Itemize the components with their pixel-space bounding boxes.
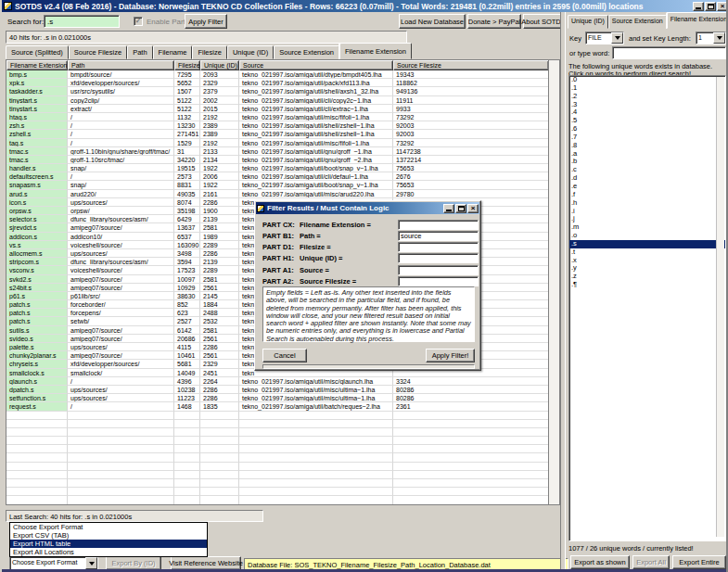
table-row[interactable]: defaultscreen.s/25732006tekno_021997.iso… (6, 172, 548, 181)
dialog-field-input[interactable] (398, 242, 479, 252)
export-menu-item[interactable]: Export HTML table (10, 540, 207, 548)
word-list-item[interactable]: .b (569, 158, 725, 166)
table-row[interactable]: tinystart.scopy2clip/51222002tekno_02199… (6, 96, 548, 105)
close-button[interactable]: × (717, 2, 728, 11)
table-row[interactable]: tinystart.sextract/51222015tekno_021997.… (6, 105, 548, 113)
main-tab[interactable]: Source Extension (274, 45, 339, 59)
word-list-item[interactable]: .s (569, 240, 725, 248)
export-menu-item[interactable]: Export All Locations (10, 548, 207, 556)
right-panel-tab[interactable]: Unique (ID) (568, 15, 608, 29)
dialog-maximize-button[interactable] (455, 204, 466, 213)
dialog-cancel-button[interactable]: Cancel (262, 349, 307, 362)
wordlist-scrollbar[interactable] (716, 77, 724, 537)
column-header[interactable]: Source (239, 60, 393, 70)
word-list-item[interactable]: .i (569, 208, 725, 216)
main-tab[interactable]: Filename (153, 45, 193, 59)
word-list-item[interactable]: .d (569, 174, 725, 183)
word-list-item[interactable]: .o (569, 232, 725, 240)
visit-reference-website-button[interactable]: Visit Reference Website (171, 556, 241, 570)
dialog-close-button[interactable]: × (467, 204, 479, 213)
panel-divider[interactable] (560, 12, 566, 572)
load-new-database-button[interactable]: Load New Database (399, 14, 466, 29)
column-header[interactable]: Unique (ID) (200, 60, 239, 70)
type-word-input[interactable] (612, 46, 726, 59)
table-row[interactable]: dpatch.sups/sources/102382286tekno_02199… (6, 386, 548, 394)
table-row[interactable]: qlaunch.s/43962264tekno_021997.iso/amiga… (6, 377, 548, 386)
word-list-item[interactable]: .0 (569, 76, 725, 84)
word-list-item[interactable]: .4 (569, 108, 725, 117)
word-list-item[interactable]: .c (569, 166, 725, 174)
main-tab[interactable]: Path (127, 45, 152, 59)
export-as-shown-button[interactable]: Export as shown (570, 555, 630, 569)
apply-filter-button[interactable]: Apply Filter (185, 14, 227, 29)
word-list-item[interactable]: .2 (569, 93, 725, 101)
combo-arrow-icon[interactable] (85, 557, 97, 569)
minimize-button[interactable] (693, 2, 704, 11)
main-tab[interactable]: Filename Extension (339, 43, 412, 59)
word-list-item[interactable]: .6 (569, 125, 725, 133)
word-list-item[interactable]: .t (569, 248, 725, 257)
combo-arrow-icon[interactable] (611, 32, 623, 44)
key-length-combobox[interactable]: 1 (696, 32, 726, 44)
main-tab[interactable]: Source (Splitted) (6, 45, 69, 59)
right-panel-tab[interactable]: Source Extension (608, 15, 667, 29)
table-row[interactable]: setfunction.sups/sources/112232286tekno_… (6, 394, 548, 402)
table-row[interactable]: request.s/14681835tekno_021997.iso/amiga… (6, 402, 548, 411)
word-list-item[interactable]: .7 (569, 133, 725, 142)
dialog-field-input[interactable] (398, 231, 479, 241)
word-list-item[interactable]: .1 (569, 84, 725, 93)
export-format-combobox[interactable]: Choose Export Format (9, 556, 98, 570)
table-row[interactable]: zshell.s/2714512389tekno_021997.iso/amig… (6, 130, 548, 138)
dialog-apply-button[interactable]: Apply Filter! (426, 349, 475, 362)
export-all-button[interactable]: Export All (632, 555, 670, 569)
word-list-item[interactable]: .f (569, 191, 725, 199)
word-list-item[interactable]: .x (569, 257, 725, 265)
word-list-item[interactable]: .8 (569, 142, 725, 150)
column-header[interactable]: Filename Extension (6, 60, 68, 70)
export-menu-item[interactable]: Export CSV (TAB) (10, 531, 207, 540)
word-list-item[interactable]: .e (569, 183, 725, 191)
table-row[interactable]: zsh.s/132302389tekno_021997.iso/amiga/ut… (6, 121, 548, 130)
dialog-minimize-button[interactable] (443, 204, 454, 213)
main-tab[interactable]: Unique (ID) (227, 45, 274, 59)
table-row[interactable]: arud.sarud220/490352161tekno_021997.iso/… (6, 190, 548, 198)
combo-arrow-icon[interactable] (713, 32, 725, 44)
table-row[interactable]: tmac.sgroff-1.10bin/gnu/share/groff/tmac… (6, 147, 548, 156)
column-header[interactable]: Source Filesize (393, 60, 548, 70)
table-row[interactable]: taskadder.susr/src/sysutils/15072379tekn… (6, 87, 548, 95)
enable-partial-checkbox[interactable]: ✓ (134, 17, 143, 26)
word-list-item[interactable]: .¶ (569, 281, 725, 289)
table-row[interactable]: tmac.sgroff-1.10src/tmac/342202134tekno_… (6, 156, 548, 164)
word-list-item[interactable]: .j (569, 215, 725, 223)
export-by-id-button[interactable]: Export By (ID) (106, 556, 161, 570)
table-row[interactable]: tag.s/15292192tekno_021997.iso/amiga/uti… (6, 139, 548, 147)
dialog-field-input[interactable] (398, 265, 479, 275)
table-row[interactable]: bmp.sbmpdt/source/72952093tekno_021997.i… (6, 70, 548, 79)
word-list-item[interactable]: .h (569, 199, 725, 208)
dialog-field-input[interactable] (398, 276, 479, 286)
export-menu-item[interactable]: Choose Export Format (10, 523, 207, 531)
column-header[interactable]: Path (68, 60, 174, 70)
word-list-item[interactable]: .a (569, 150, 725, 159)
donate-paypal-button[interactable]: Donate > PayPal (467, 14, 521, 29)
word-list-item[interactable]: .z (569, 273, 725, 281)
search-input[interactable] (44, 15, 120, 28)
table-row[interactable]: handler.ssnap/195151922tekno_021997.iso/… (6, 164, 548, 172)
about-sotds-button[interactable]: About SOTDS (523, 14, 564, 29)
table-row[interactable]: snapasm.ssnap/88311922tekno_021997.iso/a… (6, 181, 548, 189)
maximize-button[interactable] (705, 2, 716, 11)
word-list-item[interactable]: .y (569, 264, 725, 273)
main-tab[interactable]: Source Filesize (69, 45, 127, 59)
column-header[interactable]: Filesize (174, 60, 200, 70)
table-row[interactable]: xpk.sxfd/developper/sources/56522329tekn… (6, 79, 548, 87)
word-list-item[interactable]: .5 (569, 117, 725, 125)
dialog-field-input[interactable] (398, 220, 479, 230)
export-entire-button[interactable]: Export Entire (672, 555, 726, 569)
table-scrollbar[interactable] (548, 59, 560, 505)
main-tab[interactable]: Filesize (192, 45, 226, 59)
word-list-item[interactable]: .m (569, 223, 725, 232)
word-list-item[interactable]: .3 (569, 101, 725, 109)
key-combobox[interactable]: FILE (585, 32, 624, 44)
dialog-field-input[interactable] (398, 253, 479, 263)
right-panel-tab[interactable]: Filename Extension (667, 12, 728, 29)
